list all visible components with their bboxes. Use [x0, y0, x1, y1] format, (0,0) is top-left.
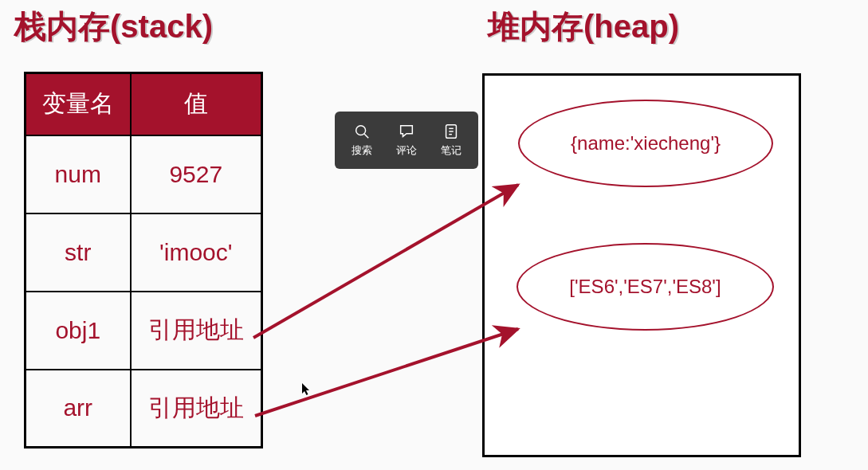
var-value: 9527: [131, 135, 262, 213]
toolbar-note-button[interactable]: 笔记: [431, 123, 471, 158]
heap-object-obj1: {name:'xiecheng'}: [518, 100, 773, 187]
var-value: 'imooc': [131, 213, 262, 292]
svg-point-2: [356, 126, 366, 135]
note-icon: [442, 123, 460, 140]
var-value: 引用地址: [131, 370, 262, 448]
var-name: arr: [26, 370, 131, 448]
var-name: num: [26, 135, 131, 213]
svg-line-0: [253, 185, 518, 338]
heap-object-label: {name:'xiecheng'}: [571, 132, 721, 155]
stack-header-name: 变量名: [26, 73, 131, 135]
search-icon: [353, 123, 371, 140]
floating-toolbar: 搜索 评论 笔记: [335, 112, 478, 169]
heap-memory-box: {name:'xiecheng'} ['ES6','ES7','ES8']: [482, 73, 801, 457]
cursor-icon: [301, 382, 311, 397]
stack-memory-table: 变量名 值 num 9527 str 'imooc' obj1 引用地址 arr…: [24, 72, 263, 448]
table-row: obj1 引用地址: [26, 292, 262, 370]
comment-icon: [398, 123, 415, 140]
var-value: 引用地址: [131, 292, 262, 370]
svg-line-3: [364, 134, 368, 138]
var-name: obj1: [26, 292, 131, 370]
heap-object-label: ['ES6','ES7','ES8']: [569, 276, 721, 298]
svg-line-1: [255, 329, 518, 416]
toolbar-comment-button[interactable]: 评论: [387, 123, 426, 158]
toolbar-label: 搜索: [352, 143, 372, 158]
toolbar-label: 笔记: [441, 143, 461, 158]
stack-title: 栈内存(stack): [14, 5, 213, 49]
table-row: str 'imooc': [26, 213, 262, 292]
heap-object-arr: ['ES6','ES7','ES8']: [516, 243, 774, 331]
toolbar-label: 评论: [396, 143, 417, 158]
table-row: num 9527: [26, 135, 262, 213]
heap-title: 堆内存(heap): [488, 5, 679, 49]
var-name: str: [26, 213, 131, 292]
stack-header-value: 值: [131, 73, 262, 135]
table-row: arr 引用地址: [26, 370, 262, 448]
toolbar-search-button[interactable]: 搜索: [342, 123, 382, 158]
